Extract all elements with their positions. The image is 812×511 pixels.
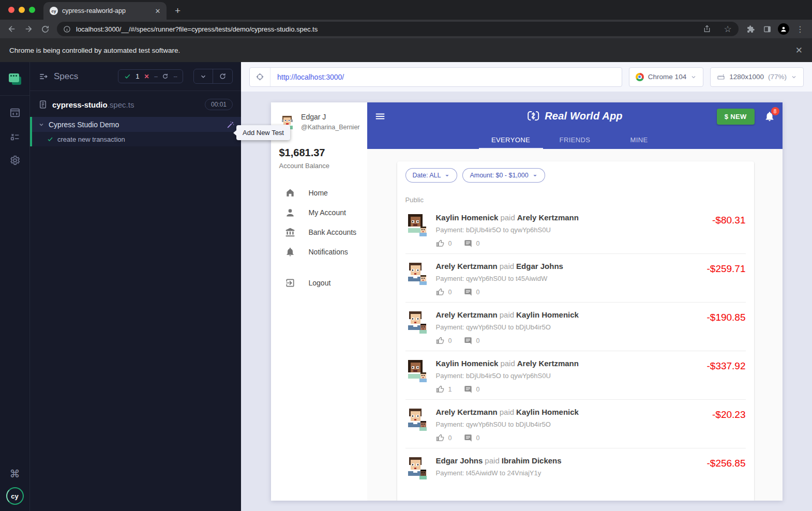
settings-gear-icon[interactable] xyxy=(6,152,24,169)
rwa-brand[interactable]: Real World App xyxy=(527,110,623,122)
url-text[interactable]: localhost:3000/__/#/specs/runner?file=cy… xyxy=(76,25,694,33)
cypress-logo[interactable]: cy xyxy=(6,487,24,505)
viewport-scale-label: (77%) xyxy=(768,73,787,81)
rerun-icon[interactable] xyxy=(213,69,232,83)
receiver-name[interactable]: Ibrahim Dickens xyxy=(502,456,562,465)
menu-dots-icon[interactable]: ⋮ xyxy=(792,21,808,37)
run-stats[interactable]: 1 ✕ -- -- xyxy=(118,69,183,83)
transaction-row[interactable]: Arely KertzmannpaidKaylin Homenick Payme… xyxy=(405,303,746,351)
test-row[interactable]: create new transaction xyxy=(32,132,241,146)
suite-row[interactable]: Cypress Studio Demo xyxy=(32,117,241,132)
add-new-test-wand-icon[interactable] xyxy=(227,121,235,129)
suite-collapse-chevron-icon[interactable] xyxy=(38,122,44,128)
spec-file-row[interactable]: cypress-studio.spec.ts 00:01 xyxy=(30,91,241,117)
action-label: paid xyxy=(500,408,514,416)
receiver-name[interactable]: Kaylin Homenick xyxy=(516,408,579,416)
aut-url-bar[interactable]: http://localhost:3000/ xyxy=(249,67,622,87)
like-thumb-icon[interactable] xyxy=(436,385,445,394)
side-panel-icon[interactable] xyxy=(759,21,775,37)
sidebar-item-notifications[interactable]: Notifications xyxy=(271,242,367,262)
sender-name[interactable]: Arely Kertzmann xyxy=(436,310,498,319)
rail-divider xyxy=(0,95,30,96)
collapse-all-chevron-icon[interactable] xyxy=(194,69,213,83)
transaction-row[interactable]: Kaylin HomenickpaidArely Kertzmann Payme… xyxy=(405,351,746,400)
cypress-workspace: ⌘ cy Specs 1 ✕ -- -- xyxy=(0,62,812,511)
home-icon xyxy=(285,188,295,198)
transaction-row[interactable]: Arely KertzmannpaidEdgar Johns Payment: … xyxy=(405,254,746,303)
receiver-name[interactable]: Kaylin Homenick xyxy=(516,310,579,319)
comment-icon[interactable] xyxy=(464,337,472,345)
notifications-bell[interactable]: 8 xyxy=(764,111,775,122)
tab-mine[interactable]: MINE xyxy=(607,131,671,149)
tab-friends[interactable]: FRIENDS xyxy=(543,131,607,149)
receiver-name[interactable]: Arely Kertzmann xyxy=(517,359,579,368)
like-count: 0 xyxy=(448,337,452,344)
transaction-detail: Payment: bDjUb4ir5O to qywYp6hS0U xyxy=(436,372,700,380)
banner-close-icon[interactable]: ✕ xyxy=(795,45,803,56)
back-icon[interactable] xyxy=(4,21,20,37)
site-info-icon[interactable] xyxy=(63,25,71,33)
minimize-window-button[interactable] xyxy=(19,7,25,13)
share-icon[interactable] xyxy=(699,21,715,37)
like-thumb-icon[interactable] xyxy=(436,288,445,296)
sender-name[interactable]: Kaylin Homenick xyxy=(436,359,499,368)
receiver-name[interactable]: Edgar Johns xyxy=(516,262,563,270)
sender-name[interactable]: Edgar Johns xyxy=(436,456,483,465)
real-world-app: Edgar J @Katharina_Bernier $1,681.37 Acc… xyxy=(271,102,783,501)
transaction-row[interactable]: Edgar JohnspaidIbrahim Dickens Payment: … xyxy=(405,448,746,486)
transaction-detail: Payment: qywYp6hS0U to bDjUb4ir5O xyxy=(436,323,700,331)
transaction-row[interactable]: Arely KertzmannpaidKaylin Homenick Payme… xyxy=(405,400,746,448)
like-thumb-icon[interactable] xyxy=(436,336,445,345)
bookmark-star-icon[interactable]: ☆ xyxy=(720,21,735,37)
date-filter-pill[interactable]: Date: ALL xyxy=(405,168,458,183)
new-tab-button[interactable]: + xyxy=(167,5,181,20)
selector-playground-icon[interactable] xyxy=(250,68,270,86)
specs-panel-icon[interactable] xyxy=(6,104,24,122)
profile-avatar[interactable] xyxy=(776,21,791,37)
browser-selector[interactable]: Chrome 104 xyxy=(629,67,703,87)
sidebar-item-logout[interactable]: Logout xyxy=(271,273,367,293)
zoom-window-button[interactable] xyxy=(29,7,35,13)
comment-icon[interactable] xyxy=(464,239,472,248)
keyboard-shortcuts-icon[interactable]: ⌘ xyxy=(10,468,20,480)
sidebar-item-home[interactable]: Home xyxy=(271,183,367,203)
user-handle: @Katharina_Bernier xyxy=(301,124,359,131)
comment-icon[interactable] xyxy=(464,434,472,442)
runs-list-icon[interactable] xyxy=(6,128,24,145)
spec-name: cypress-studio.spec.ts xyxy=(52,100,134,109)
failed-count: -- xyxy=(154,72,158,80)
new-transaction-button[interactable]: $ NEW xyxy=(717,109,755,125)
reload-icon[interactable] xyxy=(37,21,53,37)
receiver-name[interactable]: Arely Kertzmann xyxy=(517,213,579,222)
amount-filter-pill[interactable]: Amount: $0 - $1,000 xyxy=(462,168,545,183)
hamburger-menu-icon[interactable] xyxy=(374,111,386,122)
side-nav: Home My Account Bank Accounts Notif xyxy=(271,183,367,293)
sidebar-item-bank-accounts[interactable]: Bank Accounts xyxy=(271,222,367,242)
like-thumb-icon[interactable] xyxy=(436,433,445,442)
browsers-panel-icon[interactable] xyxy=(6,70,24,88)
address-bar[interactable]: localhost:3000/__/#/specs/runner?file=cy… xyxy=(57,22,739,36)
extensions-puzzle-icon[interactable] xyxy=(743,21,758,37)
sender-name[interactable]: Kaylin Homenick xyxy=(436,213,499,222)
transaction-row[interactable]: Kaylin HomenickpaidArely Kertzmann Payme… xyxy=(405,205,746,254)
comment-icon[interactable] xyxy=(464,385,472,394)
viewport-selector[interactable]: 1280x1000 (77%) xyxy=(710,67,804,87)
cypress-runner: http://localhost:3000/ Chrome 104 1280x1… xyxy=(241,62,812,511)
sender-name[interactable]: Arely Kertzmann xyxy=(436,262,498,270)
tab-close-icon[interactable]: ✕ xyxy=(153,6,162,16)
browser-tab[interactable]: cy cypress-realworld-app ✕ xyxy=(43,2,167,20)
tab-everyone[interactable]: EVERYONE xyxy=(479,131,543,149)
close-window-button[interactable] xyxy=(8,7,14,13)
account-balance: $1,681.37 xyxy=(279,147,359,159)
rwa-logo-icon xyxy=(527,110,540,122)
window-controls[interactable] xyxy=(0,7,43,20)
comment-icon[interactable] xyxy=(464,288,472,296)
viewport-selector-chevron-icon xyxy=(791,74,797,80)
sidebar-item-my-account[interactable]: My Account xyxy=(271,203,367,222)
sidebar-item-label: Home xyxy=(309,189,328,197)
aut-url-text[interactable]: http://localhost:3000/ xyxy=(270,73,351,81)
sender-name[interactable]: Arely Kertzmann xyxy=(436,408,498,416)
like-thumb-icon[interactable] xyxy=(436,239,445,248)
sidebar-item-label: Bank Accounts xyxy=(309,228,357,236)
forward-icon[interactable] xyxy=(21,21,36,37)
